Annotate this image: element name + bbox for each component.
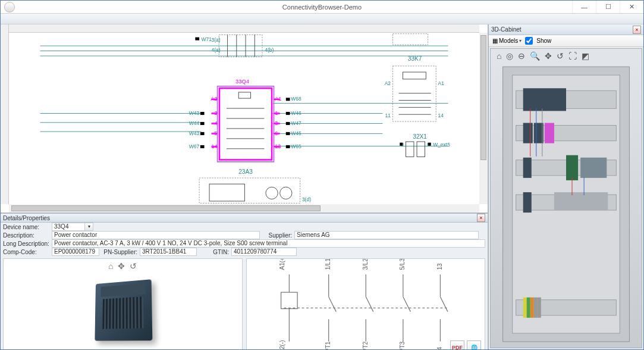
scrollbar-vertical[interactable] bbox=[479, 33, 488, 204]
svg-text:14: 14 bbox=[436, 346, 442, 350]
pn-supplier-field[interactable]: 3RT2015-1BB41 bbox=[140, 248, 197, 256]
svg-rect-42 bbox=[219, 88, 272, 160]
close-button[interactable]: ✕ bbox=[620, 1, 643, 13]
svg-rect-122 bbox=[523, 88, 566, 111]
supplier-field[interactable]: Siemens AG bbox=[294, 231, 479, 239]
svg-text:A1: A1 bbox=[438, 80, 445, 86]
move-icon[interactable]: ✥ bbox=[545, 51, 552, 61]
symbol-preview[interactable]: A1(+) 1/L1 3/L2 5/L3 13 A2(-) 2/T1 4/T2 … bbox=[246, 258, 486, 350]
component-23A3[interactable]: 23A3 3(d) bbox=[199, 168, 311, 203]
component-33K7[interactable]: 33K7 A2 A1 11 14 bbox=[385, 55, 445, 121]
front-cube-icon[interactable]: ◩ bbox=[582, 51, 589, 61]
svg-line-97 bbox=[328, 297, 336, 312]
svg-text:W43: W43 bbox=[189, 130, 200, 136]
component-33Q4[interactable]: 33Q4 bbox=[189, 79, 301, 162]
app-icon bbox=[4, 2, 15, 12]
cabinet-close-button[interactable]: × bbox=[633, 26, 641, 34]
contactor-model bbox=[95, 280, 153, 341]
comp-code-field[interactable]: EP0000008179 bbox=[52, 248, 99, 256]
show-label: Show bbox=[536, 38, 551, 44]
svg-text:14: 14 bbox=[211, 143, 217, 149]
zoom-icon[interactable]: 🔍 bbox=[530, 51, 540, 61]
svg-rect-132 bbox=[523, 192, 532, 212]
svg-text:6/T3: 6/T3 bbox=[399, 341, 406, 350]
svg-text:4: 4 bbox=[214, 120, 217, 126]
component-small[interactable] bbox=[392, 34, 428, 45]
svg-text:13: 13 bbox=[436, 263, 442, 270]
device-name-dropdown[interactable]: ▾ bbox=[85, 223, 93, 231]
svg-text:6: 6 bbox=[275, 130, 278, 136]
svg-rect-124 bbox=[523, 123, 533, 143]
gtin-label: GTIN: bbox=[199, 249, 229, 255]
svg-text:32X1: 32X1 bbox=[413, 133, 427, 140]
svg-text:A2: A2 bbox=[211, 96, 217, 102]
svg-rect-130 bbox=[580, 158, 607, 178]
details-header: Details/Properties × bbox=[1, 214, 488, 223]
svg-text:W46: W46 bbox=[291, 110, 301, 116]
move-icon[interactable]: ✥ bbox=[118, 261, 125, 271]
svg-text:W43: W43 bbox=[189, 110, 200, 116]
home-icon[interactable]: ⌂ bbox=[497, 51, 501, 61]
comp-code-label: Comp-Code: bbox=[3, 249, 49, 255]
svg-text:W44: W44 bbox=[189, 120, 200, 126]
svg-line-100 bbox=[366, 297, 373, 312]
svg-rect-83 bbox=[286, 132, 290, 135]
svg-text:5: 5 bbox=[214, 130, 217, 136]
details-close-button[interactable]: × bbox=[477, 214, 485, 222]
svg-rect-128 bbox=[523, 158, 532, 178]
zoom-out-icon[interactable]: ⊖ bbox=[518, 51, 525, 61]
long-desc-field[interactable]: Power contactor, AC-3 7 A, 3 kW / 400 V … bbox=[52, 239, 485, 248]
scrollbar-horizontal[interactable] bbox=[9, 204, 479, 212]
svg-rect-133 bbox=[554, 192, 608, 210]
models-dropdown[interactable]: ▦Models▾ bbox=[492, 38, 522, 44]
ruler-horizontal bbox=[1, 24, 479, 33]
pdf-button[interactable]: PDF bbox=[450, 340, 464, 350]
window-titlebar: ConnectivityBrowser-Demo — ☐ ✕ bbox=[1, 1, 643, 14]
svg-text:W45: W45 bbox=[291, 130, 301, 136]
svg-rect-33 bbox=[406, 142, 414, 157]
svg-rect-22 bbox=[392, 66, 436, 121]
svg-rect-136 bbox=[527, 298, 530, 318]
schematic-canvas[interactable]: W71 3(a) 4(a) 4(b) 33K7 A2 A1 11 14 bbox=[1, 24, 488, 212]
cabinet-3d-viewer[interactable]: ⌂ ◎ ⊖ 🔍 ✥ ↺ ⛶ ◩ bbox=[490, 48, 642, 348]
pn-supplier-label: PN-Supplier: bbox=[102, 249, 137, 255]
description-field[interactable]: Power contactor bbox=[52, 231, 260, 239]
cabinet-toolbar: ▦Models▾ Show bbox=[489, 35, 643, 47]
svg-rect-139 bbox=[538, 298, 541, 318]
device-name-field[interactable]: 33Q4 bbox=[52, 223, 85, 231]
show-checkbox[interactable] bbox=[525, 37, 533, 45]
svg-text:W68: W68 bbox=[291, 96, 301, 102]
maximize-button[interactable]: ☐ bbox=[596, 1, 620, 13]
svg-rect-39 bbox=[428, 143, 431, 146]
minimize-button[interactable]: — bbox=[572, 1, 596, 13]
expand-icon[interactable]: ⛶ bbox=[568, 51, 577, 61]
cabinet-header: 3D-Cabinet × bbox=[489, 24, 643, 35]
svg-rect-129 bbox=[566, 155, 578, 180]
svg-text:33Q4: 33Q4 bbox=[235, 79, 249, 85]
target-icon[interactable]: ◎ bbox=[506, 51, 513, 61]
supplier-label: Supplier: bbox=[262, 232, 292, 239]
svg-text:4(b): 4(b) bbox=[265, 47, 274, 53]
part-3d-preview[interactable]: ⌂ ✥ ↺ bbox=[3, 258, 243, 350]
home-icon[interactable]: ⌂ bbox=[108, 261, 113, 271]
svg-line-103 bbox=[403, 297, 410, 312]
description-label: Description: bbox=[3, 232, 49, 239]
globe-button[interactable]: 🌐 bbox=[467, 340, 481, 350]
svg-text:W_ext5: W_ext5 bbox=[433, 142, 450, 148]
gtin-field[interactable]: 4011209780774 bbox=[231, 248, 297, 256]
svg-text:A2(-): A2(-) bbox=[278, 340, 285, 350]
svg-text:33K7: 33K7 bbox=[408, 55, 422, 62]
undo-icon[interactable]: ↺ bbox=[130, 261, 137, 271]
svg-rect-126 bbox=[545, 123, 554, 143]
svg-rect-138 bbox=[534, 298, 538, 318]
component-32X1[interactable]: 32X1 U U W_ext5 bbox=[400, 133, 450, 157]
svg-text:3: 3 bbox=[275, 120, 278, 126]
svg-text:5/L3: 5/L3 bbox=[399, 259, 406, 270]
svg-line-106 bbox=[440, 297, 448, 312]
svg-rect-73 bbox=[200, 132, 205, 135]
svg-text:2: 2 bbox=[214, 110, 217, 116]
undo-icon[interactable]: ↺ bbox=[557, 51, 564, 61]
svg-text:1/L1: 1/L1 bbox=[325, 259, 331, 270]
svg-text:A1(+): A1(+) bbox=[278, 259, 285, 270]
svg-point-91 bbox=[280, 187, 292, 199]
